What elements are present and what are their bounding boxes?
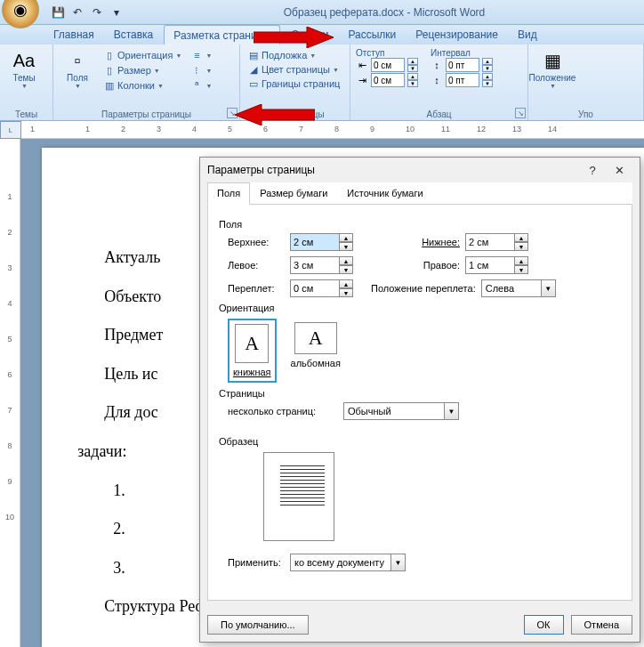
- chevron-down-icon: ▼: [541, 280, 555, 296]
- spin-down[interactable]: ▼: [514, 242, 528, 251]
- indent-right-icon: ⇥: [356, 74, 368, 86]
- page-color-button[interactable]: ◢Цвет страницы▼: [246, 62, 344, 77]
- tab-home[interactable]: Главная: [44, 25, 103, 44]
- tab-insert[interactable]: Вставка: [105, 25, 163, 44]
- watermark-button[interactable]: ▤Подложка▼: [246, 48, 344, 62]
- ribbon-body: Aa Темы ▼ Темы ▫ Поля ▼ ▯Ориентация▼ ▯Ра…: [0, 44, 644, 121]
- spin-down[interactable]: ▼: [339, 288, 353, 297]
- title-bar: ◉ 💾 ↶ ↷ ▾ Образец реферата.docx - Micros…: [0, 0, 644, 25]
- section-preview: Образец: [219, 436, 621, 447]
- columns-button[interactable]: ▥Колонки▼: [101, 78, 183, 93]
- svg-marker-0: [254, 27, 334, 48]
- watermark-icon: ▤: [247, 49, 260, 61]
- spin-up[interactable]: ▲: [482, 58, 493, 65]
- spin-up[interactable]: ▲: [339, 233, 353, 242]
- breaks-button[interactable]: ≡▼: [189, 48, 213, 62]
- themes-button[interactable]: Aa Темы ▼: [5, 48, 43, 89]
- spin-down[interactable]: ▼: [482, 80, 493, 87]
- page-borders-icon: ▭: [247, 77, 260, 90]
- default-button[interactable]: По умолчанию...: [207, 615, 309, 635]
- gutter-pos-label: Положение переплета:: [371, 283, 476, 294]
- portrait-button[interactable]: A книжная: [228, 319, 277, 383]
- orientation-icon: ▯: [103, 49, 116, 61]
- columns-icon: ▥: [103, 79, 116, 92]
- indent-left-input[interactable]: [371, 58, 405, 72]
- ok-button[interactable]: ОК: [524, 615, 564, 635]
- spin-down[interactable]: ▼: [514, 265, 528, 274]
- dialog-footer: По умолчанию... ОК Отмена: [200, 608, 640, 642]
- margins-button[interactable]: ▫ Поля ▼: [59, 48, 96, 93]
- indent-label: Отступ: [356, 48, 418, 58]
- right-margin-input[interactable]: [465, 256, 515, 274]
- redo-icon[interactable]: ↷: [89, 4, 105, 20]
- chevron-down-icon: ▼: [390, 554, 405, 570]
- tab-view[interactable]: Вид: [509, 25, 546, 44]
- spin-down[interactable]: ▼: [339, 242, 353, 251]
- gutter-position-select[interactable]: Слева▼: [481, 279, 556, 297]
- spacing-before-input[interactable]: [446, 58, 479, 72]
- paragraph-dialog-launcher[interactable]: ↘: [515, 108, 526, 118]
- spacing-after-icon: ↕: [431, 74, 443, 86]
- bottom-margin-input[interactable]: [465, 233, 515, 251]
- undo-icon[interactable]: ↶: [69, 4, 85, 20]
- portrait-icon: A: [235, 324, 269, 363]
- qat-dropdown-icon[interactable]: ▾: [109, 4, 125, 20]
- office-button[interactable]: ◉: [2, 0, 39, 28]
- left-margin-input[interactable]: [290, 256, 340, 274]
- page-borders-button[interactable]: ▭Границы страниц: [246, 77, 344, 91]
- spin-up[interactable]: ▲: [407, 58, 418, 65]
- dialog-tab-source[interactable]: Источник бумаги: [337, 182, 432, 204]
- spin-up[interactable]: ▲: [482, 73, 493, 80]
- spin-up[interactable]: ▲: [514, 233, 528, 242]
- save-icon[interactable]: 💾: [50, 4, 66, 20]
- indent-left-icon: ⇤: [356, 59, 368, 71]
- landscape-button[interactable]: A альбомная: [287, 319, 344, 383]
- spin-up[interactable]: ▲: [407, 73, 418, 80]
- group-label-themes: Темы: [0, 109, 52, 119]
- apply-to-select[interactable]: ко всему документу▼: [290, 554, 406, 571]
- hyphenation-icon: ª: [190, 79, 203, 92]
- group-label-page-setup: Параметры страницы: [53, 109, 239, 119]
- dialog-tab-paper[interactable]: Размер бумаги: [250, 182, 337, 204]
- spin-down[interactable]: ▼: [339, 265, 353, 274]
- group-label-paragraph: Абзац: [350, 109, 527, 119]
- position-icon: ▦: [540, 48, 565, 73]
- spacing-after-input[interactable]: [446, 73, 479, 87]
- vertical-ruler[interactable]: 1 2 3 4 5 6 7 8 9 10: [0, 139, 20, 647]
- position-button[interactable]: ▦ Положение ▼: [534, 48, 571, 89]
- spin-down[interactable]: ▼: [482, 65, 493, 72]
- ribbon-group-themes: Aa Темы ▼ Темы: [0, 44, 53, 120]
- dialog-tab-fields[interactable]: Поля: [207, 182, 250, 205]
- spin-down[interactable]: ▼: [407, 80, 418, 87]
- tab-review[interactable]: Рецензирование: [407, 25, 507, 44]
- top-margin-input[interactable]: [290, 233, 340, 251]
- dialog-tabs: Поля Размер бумаги Источник бумаги: [207, 182, 632, 205]
- gutter-input[interactable]: [290, 279, 340, 297]
- spin-down[interactable]: ▼: [407, 65, 418, 72]
- dialog-body: Поля Верхнее: ▲▼ Нижнее: ▲▼ Левое: ▲▼ Пр…: [207, 205, 632, 601]
- tab-selector[interactable]: L: [0, 121, 21, 139]
- margins-icon: ▫: [65, 48, 90, 73]
- size-icon: ▯: [103, 64, 116, 77]
- help-button[interactable]: ?: [579, 161, 606, 179]
- tab-mailings[interactable]: Рассылки: [339, 25, 405, 44]
- section-pages: Страницы: [219, 388, 621, 399]
- spin-up[interactable]: ▲: [339, 256, 353, 265]
- page-color-icon: ◢: [247, 63, 260, 76]
- quick-access-toolbar: 💾 ↶ ↷ ▾: [50, 4, 125, 20]
- spin-up[interactable]: ▲: [339, 279, 353, 288]
- chevron-down-icon: ▼: [21, 83, 28, 89]
- spin-up[interactable]: ▲: [514, 256, 528, 265]
- multi-pages-select[interactable]: Обычный▼: [343, 402, 459, 420]
- window-title: Образец реферата.docx - Microsoft Word: [125, 6, 644, 19]
- line-numbers-button[interactable]: ⁝▼: [189, 63, 213, 77]
- page-setup-dialog: Параметры страницы ? ✕ Поля Размер бумаг…: [199, 157, 640, 643]
- size-button[interactable]: ▯Размер▼: [101, 63, 183, 77]
- close-button[interactable]: ✕: [606, 161, 632, 179]
- indent-right-input[interactable]: [371, 73, 405, 87]
- cancel-button[interactable]: Отмена: [571, 615, 632, 635]
- multi-pages-label: несколько страниц:: [228, 406, 343, 417]
- orientation-button[interactable]: ▯Ориентация▼: [101, 48, 183, 62]
- hyphenation-button[interactable]: ª▼: [189, 78, 213, 93]
- left-label: Левое:: [228, 260, 290, 271]
